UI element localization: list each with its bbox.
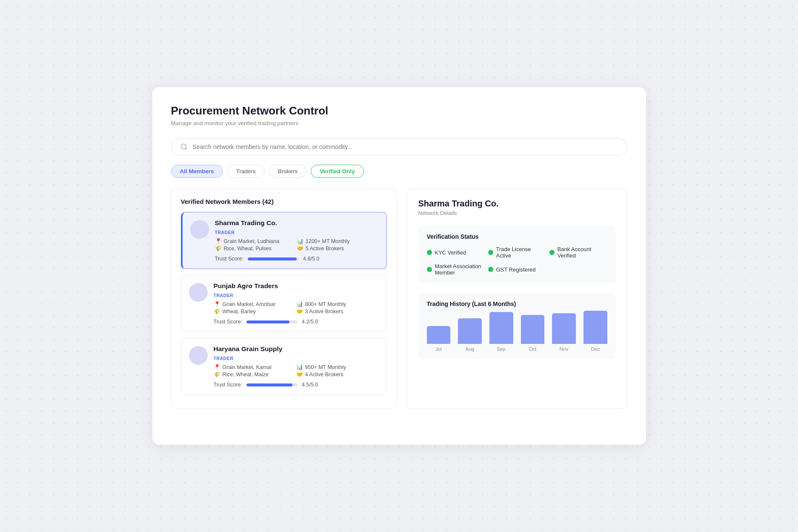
trust-score-1: 4.8/5.0 bbox=[303, 256, 319, 262]
chart-bars: Jul Aug Sep Oct bbox=[427, 313, 607, 352]
volume-icon-2: 📊 bbox=[296, 301, 303, 307]
green-dot-1 bbox=[488, 250, 493, 255]
details-panel: Sharma Trading Co. Network Details Verif… bbox=[407, 188, 627, 409]
member-meta-2: 📍 Grain Market, Amritsar 🌾 Wheat, Barley… bbox=[214, 301, 379, 315]
verification-item-4: GST Registered bbox=[488, 263, 546, 276]
location-text-1: Grain Market, Ludhiana bbox=[224, 238, 280, 244]
search-icon bbox=[180, 143, 188, 151]
tab-traders[interactable]: Traders bbox=[227, 165, 265, 178]
trust-bar-fill-3 bbox=[246, 383, 292, 386]
trust-bar-fill-2 bbox=[246, 320, 289, 323]
tab-brokers[interactable]: Brokers bbox=[269, 165, 307, 178]
green-dot-4 bbox=[488, 267, 493, 272]
avatar-1 bbox=[190, 220, 209, 239]
trust-score-3: 4.5/5.0 bbox=[302, 382, 318, 388]
verification-item-3: Market Association Member bbox=[427, 263, 485, 276]
trust-row-3: Trust Score: 4.5/5.0 bbox=[214, 382, 379, 388]
volume-text-2: 800+ MT Monthly bbox=[305, 301, 346, 307]
commodity-icon-1: 🌾 bbox=[215, 245, 222, 252]
volume-icon-1: 📊 bbox=[297, 238, 303, 244]
member-card-1[interactable]: Sharma Trading Co. TRADER 📍 Grain Market… bbox=[181, 212, 387, 269]
avatar-2 bbox=[189, 283, 208, 302]
verification-section: Verification Status KYC Verified Trade L… bbox=[418, 226, 616, 283]
commodity-icon-2: 🌾 bbox=[214, 308, 220, 315]
member-card-2[interactable]: Punjab Agro Traders TRADER 📍 Grain Marke… bbox=[181, 275, 387, 332]
chart-label-1: Aug bbox=[466, 346, 474, 352]
verification-item-2: Bank Account Verified bbox=[549, 246, 607, 259]
location-icon-2: 📍 bbox=[214, 301, 220, 307]
verification-label-4: GST Registered bbox=[496, 266, 536, 273]
trust-label-1: Trust Score: bbox=[215, 256, 244, 262]
location-text-3: Grain Market, Karnal bbox=[223, 364, 272, 370]
chart-col-0: Jul bbox=[427, 326, 451, 352]
member-info-2: Punjab Agro Traders TRADER 📍 Grain Marke… bbox=[214, 282, 379, 325]
broker-icon-1: 🤝 bbox=[297, 245, 303, 252]
commodity-item-3: 🌾 Rice, Wheat, Maize bbox=[214, 371, 296, 378]
page-subtitle: Manage and monitor your verified trading… bbox=[171, 120, 627, 126]
chart-bar-4 bbox=[552, 313, 576, 344]
chart-label-3: Oct bbox=[529, 346, 536, 352]
chart-col-1: Aug bbox=[458, 318, 482, 352]
details-company: Sharma Trading Co. bbox=[418, 199, 616, 209]
verification-label-3: Market Association Member bbox=[435, 263, 485, 276]
volume-item-1: 📊 1200+ MT Monthly bbox=[297, 238, 379, 244]
green-dot-2 bbox=[549, 250, 555, 255]
volume-text-1: 1200+ MT Monthly bbox=[306, 238, 350, 244]
verification-label-2: Bank Account Verified bbox=[558, 246, 607, 259]
chart-bar-3 bbox=[521, 315, 545, 344]
avatar-3 bbox=[189, 346, 208, 365]
trust-bar-bg-1 bbox=[248, 257, 299, 260]
verification-item-1: Trade License Active bbox=[488, 246, 546, 259]
member-name-3: Haryana Grain Supply bbox=[214, 345, 379, 353]
filter-tabs: All Members Traders Brokers Verified Onl… bbox=[171, 165, 627, 178]
location-text-2: Grain Market, Amritsar bbox=[223, 301, 276, 307]
svg-line-1 bbox=[185, 148, 186, 149]
chart-bar-0 bbox=[427, 326, 451, 344]
trust-bar-bg-3 bbox=[246, 383, 297, 386]
search-input[interactable] bbox=[193, 143, 618, 150]
trader-badge-2: TRADER bbox=[214, 293, 234, 298]
broker-icon-2: 🤝 bbox=[296, 308, 303, 315]
commodity-icon-3: 🌾 bbox=[214, 371, 220, 378]
trust-bar-fill-1 bbox=[248, 257, 297, 260]
trust-label-2: Trust Score: bbox=[214, 319, 243, 325]
broker-text-1: 5 Active Brokers bbox=[306, 246, 344, 252]
tab-all-members[interactable]: All Members bbox=[171, 165, 223, 178]
verification-label-0: KYC Verified bbox=[435, 249, 466, 256]
main-card: Procurement Network Control Manage and m… bbox=[152, 87, 646, 445]
commodity-text-3: Rice, Wheat, Maize bbox=[223, 372, 269, 378]
trust-label-3: Trust Score: bbox=[214, 382, 243, 388]
meta-right-3: 📊 950+ MT Monthly 🤝 4 Active Brokers bbox=[296, 364, 379, 378]
member-info-3: Haryana Grain Supply TRADER 📍 Grain Mark… bbox=[214, 345, 379, 388]
chart-label-4: Nov bbox=[560, 346, 568, 352]
commodity-text-1: Rice, Wheat, Pulses bbox=[224, 246, 272, 252]
chart-bar-1 bbox=[458, 318, 482, 344]
chart-label-0: Jul bbox=[435, 346, 442, 352]
verification-label-1: Trade License Active bbox=[496, 246, 546, 259]
verification-item-0: KYC Verified bbox=[427, 246, 485, 259]
chart-col-4: Nov bbox=[552, 313, 576, 352]
broker-text-2: 3 Active Brokers bbox=[305, 309, 343, 315]
meta-left-3: 📍 Grain Market, Karnal 🌾 Rice, Wheat, Ma… bbox=[214, 364, 296, 378]
broker-item-2: 🤝 3 Active Brokers bbox=[296, 308, 379, 315]
meta-left-2: 📍 Grain Market, Amritsar 🌾 Wheat, Barley bbox=[214, 301, 296, 315]
trader-badge-1: TRADER bbox=[215, 230, 235, 235]
member-card-3[interactable]: Haryana Grain Supply TRADER 📍 Grain Mark… bbox=[181, 338, 387, 395]
trader-badge-3: TRADER bbox=[214, 356, 234, 361]
chart-col-5: Dec bbox=[583, 311, 607, 352]
chart-col-3: Oct bbox=[521, 315, 545, 352]
location-icon-3: 📍 bbox=[214, 364, 220, 370]
trust-score-2: 4.2/5.0 bbox=[302, 319, 318, 325]
commodity-text-2: Wheat, Barley bbox=[223, 309, 256, 315]
broker-item-1: 🤝 5 Active Brokers bbox=[297, 245, 379, 252]
members-panel-title: Verified Network Members (42) bbox=[181, 198, 387, 205]
tab-verified-only[interactable]: Verified Only bbox=[311, 165, 364, 178]
details-subtitle: Network Details bbox=[418, 210, 616, 216]
location-item-1: 📍 Grain Market, Ludhiana bbox=[215, 238, 297, 244]
location-item-2: 📍 Grain Market, Amritsar bbox=[214, 301, 296, 307]
member-meta-1: 📍 Grain Market, Ludhiana 🌾 Rice, Wheat, … bbox=[215, 238, 379, 252]
member-name-1: Sharma Trading Co. bbox=[215, 219, 379, 227]
broker-item-3: 🤝 4 Active Brokers bbox=[296, 371, 379, 378]
verification-grid: KYC Verified Trade License Active Bank A… bbox=[427, 246, 607, 276]
member-info-1: Sharma Trading Co. TRADER 📍 Grain Market… bbox=[215, 219, 379, 262]
